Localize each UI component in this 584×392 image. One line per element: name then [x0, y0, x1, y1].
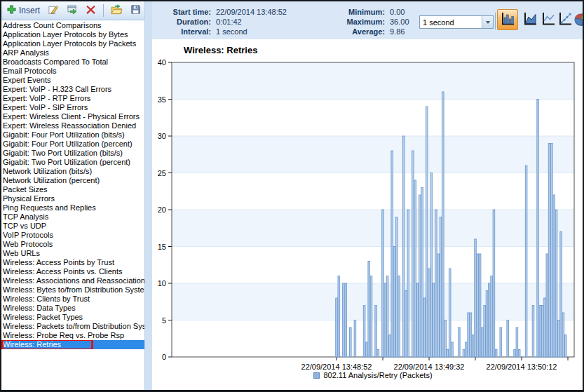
bar [544, 298, 546, 357]
sidebar-item[interactable]: Expert: Wireless Client - Physical Error… [1, 112, 144, 121]
bar [442, 92, 444, 357]
sidebar-item[interactable]: Ping Requests and Replies [1, 203, 144, 212]
interval-dropdown[interactable]: 1 second [419, 15, 494, 29]
sidebar-item[interactable]: Gigabit: Two Port Utilization (percent) [1, 158, 144, 167]
bar [472, 335, 474, 358]
duplicate-icon [67, 4, 78, 17]
sidebar-item[interactable]: Packet Sizes [1, 185, 144, 194]
stat-value: 1 second [216, 27, 247, 36]
area-chart-icon [522, 11, 538, 29]
chevron-down-icon[interactable] [482, 16, 493, 28]
sidebar-item[interactable]: Email Protocols [1, 67, 144, 76]
sidebar-item[interactable]: Expert: VoIP - SIP Errors [1, 103, 144, 112]
sidebar-item[interactable]: Gigabit: Two Port Utilization (bits/s) [1, 149, 144, 158]
svg-text:5: 5 [162, 316, 166, 325]
bar [389, 335, 391, 358]
sidebar-item[interactable]: Broadcasts Compared To Total [1, 58, 144, 67]
bar-chart-button[interactable] [497, 9, 518, 30]
edit-button[interactable] [45, 3, 62, 18]
chart-legend: 802.11 Analysis/Retry (Packets) [172, 371, 574, 379]
sidebar-item[interactable]: Web Protocols [1, 240, 144, 249]
sidebar-item[interactable]: Wireless: Clients by Trust [1, 295, 144, 304]
sidebar-item[interactable]: ARP Analysis [1, 48, 144, 58]
retries-bar-chart: 051015202530354022/09/2014 13:48:5222/09… [152, 39, 584, 390]
area-chart-button[interactable] [522, 11, 538, 28]
graphs-window: Insert [0, 0, 584, 392]
sidebar-item[interactable]: TCP vs UDP [1, 222, 144, 231]
svg-text:30: 30 [158, 132, 166, 140]
svg-text:22/09/2014 13:49:32: 22/09/2014 13:49:32 [394, 363, 465, 371]
bar [537, 100, 539, 358]
sidebar-item[interactable]: Physical Errors [1, 194, 144, 203]
bar [470, 313, 472, 357]
sidebar-item[interactable]: Gigabit: Four Port Utilization (bits/s) [1, 130, 144, 140]
sidebar-item[interactable]: Expert: Wireless Reassociation Denied [1, 121, 144, 130]
bar [484, 306, 486, 358]
sidebar-item[interactable]: TCP Analysis [1, 212, 144, 222]
sidebar-item[interactable]: Network Utilization (bits/s) [1, 167, 144, 176]
bar [459, 327, 461, 357]
bar [551, 144, 553, 358]
stat-label: Maximum: [326, 18, 385, 26]
sidebar-item[interactable]: Wireless: Access Points vs. Clients [1, 267, 144, 276]
bar [514, 350, 516, 358]
duplicate-button[interactable] [64, 3, 81, 18]
sidebar-item[interactable]: Expert Events [1, 76, 144, 85]
edit-icon [48, 4, 59, 17]
sidebar-item[interactable]: Wireless: Access Points by Trust [1, 258, 144, 267]
toolbar-separator [103, 4, 104, 17]
sidebar-item[interactable]: Network Utilization (percent) [1, 176, 144, 185]
bar [489, 283, 491, 357]
stat-value: 9.86 [390, 27, 405, 36]
bar [416, 283, 419, 357]
bar [336, 298, 338, 357]
delete-button[interactable] [83, 3, 99, 18]
bar [518, 350, 520, 358]
bar [451, 342, 454, 357]
main-panel: 1 second [152, 1, 584, 390]
line-chart-button[interactable] [540, 11, 557, 28]
sidebar-item[interactable]: Wireless: Packet Types [1, 313, 144, 322]
bar [386, 276, 388, 358]
sidebar-item[interactable]: Wireless: Associations and Reassociation… [1, 276, 144, 285]
splitter[interactable] [144, 1, 152, 390]
bar [430, 173, 433, 358]
insert-button[interactable]: Insert [4, 3, 43, 18]
delete-icon [86, 4, 96, 17]
sidebar-item[interactable]: Web URLs [1, 249, 144, 258]
legend-swatch [313, 372, 320, 379]
sidebar-item[interactable]: Gigabit: Four Port Utilization (percent) [1, 140, 144, 149]
stat-value: 36.00 [390, 18, 409, 26]
scatter-chart-button[interactable] [557, 11, 573, 28]
insert-button-label: Insert [19, 6, 40, 15]
save-button[interactable] [128, 3, 144, 18]
sidebar-item[interactable]: VoIP Protocols [1, 231, 144, 240]
bar [366, 342, 368, 357]
bar [412, 151, 414, 357]
sidebar-item[interactable]: Wireless: Data Types [1, 304, 144, 313]
sidebar-item[interactable]: Wireless: Bytes to/from Distribution Sys… [1, 285, 144, 295]
bar [419, 195, 421, 357]
bar [423, 298, 426, 357]
bar [541, 306, 543, 358]
sidebar-item[interactable]: Wireless: Packets to/from Distribution S… [1, 322, 144, 331]
stat-value: 0:01:42 [216, 18, 242, 26]
bar [437, 254, 440, 357]
svg-text:25: 25 [158, 169, 166, 177]
bar [368, 262, 370, 358]
sidebar-item[interactable]: Expert: VoIP - H.323 Call Errors [1, 85, 144, 94]
bar [382, 210, 384, 357]
sidebar-item[interactable]: Application Layer Protocols by Bytes [1, 30, 144, 39]
sidebar-item[interactable]: Address Count Comparisons [1, 21, 144, 30]
sidebar-toolbar: Insert [1, 1, 151, 20]
sidebar-item[interactable]: Wireless: Probe Req vs. Probe Rsp [1, 331, 144, 340]
sidebar-item[interactable]: Application Layer Protocols by Packets [1, 39, 144, 48]
bar [375, 306, 377, 358]
sidebar-item[interactable]: Wireless: Retries [1, 340, 144, 349]
bar [539, 306, 541, 358]
bar [546, 254, 548, 357]
open-button[interactable] [108, 3, 125, 18]
sidebar-item[interactable]: Expert: VoIP - RTP Errors [1, 94, 144, 103]
bar [532, 306, 534, 358]
pie-chart-button[interactable] [573, 11, 584, 28]
